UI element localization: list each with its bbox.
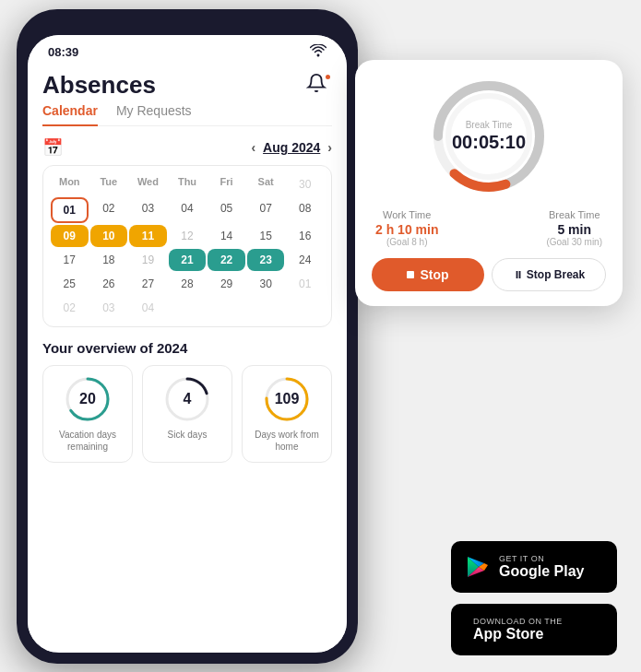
overview-title: Your overview of 2024 [42, 340, 332, 356]
cal-day-30-prev[interactable]: 30 [286, 173, 324, 195]
cal-day-27[interactable]: 27 [129, 273, 167, 295]
day-header-tue: Tue [90, 173, 128, 195]
cal-day-18[interactable]: 18 [90, 249, 128, 271]
cal-day-04-next[interactable]: 04 [129, 297, 167, 319]
wfh-label: Days work from home [250, 429, 324, 453]
cal-day-12[interactable]: 12 [169, 225, 207, 247]
break-time-stat: Break Time 5 min (Goal 30 min) [546, 209, 602, 247]
stop-break-label: Stop Break [527, 268, 585, 281]
pause-icon: ⏸ [513, 269, 523, 280]
cal-day-11[interactable]: 11 [129, 225, 167, 247]
stop-label: Stop [420, 267, 448, 282]
timer-circle: Break Time 00:05:10 [429, 77, 549, 196]
phone-shell: 08:39 Absences [17, 9, 358, 664]
cal-day-25[interactable]: 25 [51, 273, 89, 295]
app-store-sub: Download on the [473, 617, 563, 626]
work-time-label: Work Time [375, 209, 438, 220]
wfh-number: 109 [275, 391, 300, 407]
cal-day-23[interactable]: 23 [247, 249, 285, 271]
app-store-main: App Store [473, 626, 563, 643]
wifi-icon [310, 44, 326, 60]
work-time-goal: (Goal 8 h) [375, 237, 438, 247]
tab-my-requests[interactable]: My Requests [116, 103, 192, 125]
notification-bell[interactable] [306, 73, 332, 99]
google-play-icon [464, 554, 490, 580]
sick-circle: 4 [163, 375, 211, 423]
day-header-wed: Wed [129, 173, 167, 195]
next-month-button[interactable]: › [327, 140, 332, 155]
page-title: Absences [42, 71, 156, 100]
stop-icon [407, 271, 414, 278]
cal-day-01-next[interactable]: 01 [286, 273, 324, 295]
day-header-fri: Fri [208, 173, 245, 195]
app-store-text: Download on the App Store [473, 617, 563, 643]
calendar-icon: 📅 [42, 137, 63, 158]
vacation-circle: 20 [64, 375, 112, 423]
break-time-goal: (Goal 30 min) [546, 237, 602, 247]
work-time-value: 2 h 10 min [375, 222, 438, 237]
cal-day-03[interactable]: 03 [129, 197, 167, 223]
sick-label: Sick days [150, 429, 224, 441]
day-header-thu: Thu [169, 173, 207, 195]
app-store-badge[interactable]: Download on the App Store [451, 604, 617, 655]
cal-day-19[interactable]: 19 [129, 249, 167, 271]
cal-day-28[interactable]: 28 [169, 273, 207, 295]
store-badges: GET IT ON Google Play Download on the Ap… [451, 541, 617, 655]
timer-label-text: Break Time [452, 120, 526, 130]
cal-day-01[interactable]: 01 [51, 197, 89, 223]
cal-day-14[interactable]: 14 [208, 225, 245, 247]
month-label: Aug 2024 [263, 140, 320, 155]
cal-day-26[interactable]: 26 [90, 273, 128, 295]
day-header-mon: Mon [51, 173, 89, 195]
timer-stats: Work Time 2 h 10 min (Goal 8 h) Break Ti… [372, 209, 606, 247]
cal-day-02-next[interactable]: 02 [51, 297, 89, 319]
timer-circle-wrap: Break Time 00:05:10 [372, 77, 606, 196]
wfh-circle: 109 [263, 375, 311, 423]
google-play-badge[interactable]: GET IT ON Google Play [451, 541, 617, 593]
google-play-sub: GET IT ON [499, 554, 584, 563]
timer-label: Break Time 00:05:10 [452, 120, 526, 153]
cal-day-16[interactable]: 16 [286, 225, 324, 247]
cal-day-05[interactable]: 05 [208, 197, 245, 223]
cal-day-03-next[interactable]: 03 [90, 297, 128, 319]
status-bar: 08:39 [28, 35, 347, 64]
calendar-header: 📅 ‹ Aug 2024 › [42, 137, 332, 158]
vacation-number: 20 [79, 391, 96, 407]
google-play-main: Google Play [499, 563, 584, 580]
sick-card: 4 Sick days [142, 365, 232, 463]
tab-calendar[interactable]: Calendar [42, 103, 98, 125]
cal-day-15[interactable]: 15 [247, 225, 285, 247]
timer-card: Break Time 00:05:10 Work Time 2 h 10 min… [355, 60, 623, 306]
day-header-sat: Sat [247, 173, 285, 195]
cal-day-09[interactable]: 09 [51, 225, 89, 247]
tab-bar: Calendar My Requests [42, 103, 332, 126]
cal-day-04[interactable]: 04 [169, 197, 207, 223]
calendar-grid: Mon Tue Wed Thu Fri Sat 30 01 02 03 04 0… [42, 165, 332, 327]
app-content: Absences Calendar My Requests 📅 ‹ [28, 64, 347, 652]
vacation-card: 20 Vacation days remaining [42, 365, 133, 463]
cal-day-29[interactable]: 29 [208, 273, 245, 295]
break-time-label: Break Time [546, 209, 602, 220]
cal-day-02[interactable]: 02 [90, 197, 128, 223]
app-header: Absences [42, 64, 332, 103]
cal-day-08[interactable]: 08 [286, 197, 324, 223]
cal-day-30[interactable]: 30 [247, 273, 285, 295]
cal-day-07[interactable]: 07 [247, 197, 285, 223]
cal-day-21[interactable]: 21 [169, 249, 207, 271]
stop-break-button[interactable]: ⏸ Stop Break [492, 258, 606, 291]
notification-dot [324, 73, 332, 81]
sick-number: 4 [184, 391, 192, 407]
stop-button[interactable]: Stop [372, 258, 484, 291]
prev-month-button[interactable]: ‹ [251, 140, 255, 155]
cal-day-22[interactable]: 22 [208, 249, 245, 271]
cal-day-10[interactable]: 10 [90, 225, 128, 247]
cal-day-24[interactable]: 24 [286, 249, 324, 271]
overview-cards: 20 Vacation days remaining 4 Sick days [42, 365, 332, 463]
cal-day-17[interactable]: 17 [51, 249, 89, 271]
status-time: 08:39 [48, 45, 78, 59]
work-time-stat: Work Time 2 h 10 min (Goal 8 h) [375, 209, 438, 247]
vacation-label: Vacation days remaining [51, 429, 125, 453]
month-nav: ‹ Aug 2024 › [251, 140, 332, 155]
timer-time: 00:05:10 [452, 132, 526, 152]
google-play-text: GET IT ON Google Play [499, 554, 584, 580]
